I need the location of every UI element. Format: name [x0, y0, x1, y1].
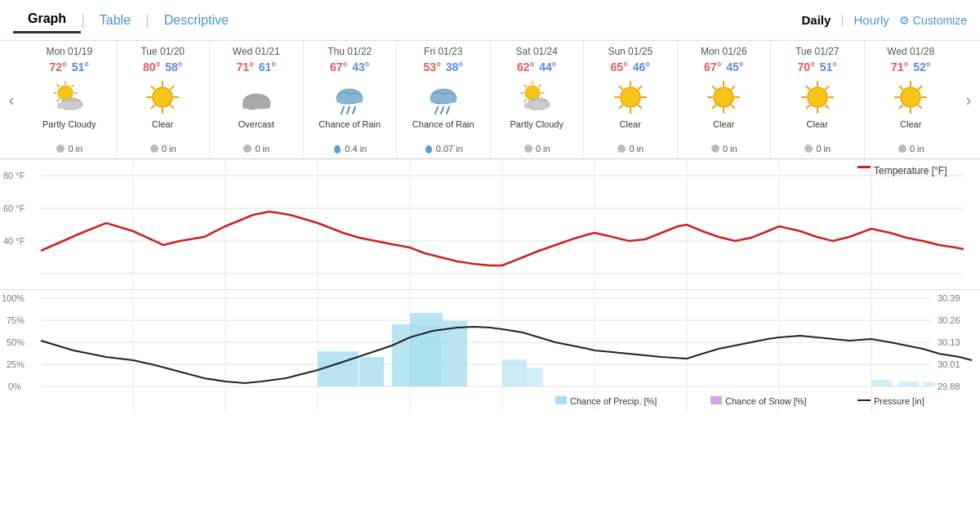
precip-value-6: 0 in	[629, 144, 644, 154]
day-condition-4: Chance of Rain	[399, 119, 488, 142]
svg-text:30.13: 30.13	[938, 337, 960, 347]
svg-line-99	[919, 87, 922, 90]
svg-rect-117	[858, 166, 871, 168]
precip-value-3: 0.4 in	[345, 144, 367, 154]
day-date-3: Thu 01/22	[305, 46, 395, 57]
svg-text:30.39: 30.39	[938, 293, 960, 303]
day-col-5: Sat 01/24 62° 44° Partly Cloudy 0 in	[490, 41, 584, 158]
day-temps-5: 62° 44°	[492, 60, 582, 74]
svg-rect-150	[871, 380, 892, 386]
svg-line-34	[347, 107, 350, 114]
svg-point-90	[804, 145, 813, 153]
tab-table[interactable]: Table	[85, 7, 145, 33]
day-icon-4	[399, 77, 488, 118]
svg-point-14	[153, 87, 172, 107]
day-precip-7: 0 in	[679, 144, 769, 154]
gear-icon: ⚙	[899, 14, 910, 27]
svg-text:Chance of Precip. [%]: Chance of Precip. [%]	[570, 396, 657, 406]
temp-high-7: 67°	[704, 60, 721, 74]
svg-text:25%: 25%	[7, 359, 24, 369]
svg-point-70	[617, 145, 626, 153]
day-condition-2: Overcast	[212, 119, 301, 142]
svg-line-53	[524, 85, 526, 87]
day-icon-3	[305, 77, 395, 118]
svg-text:Pressure [in]: Pressure [in]	[874, 396, 924, 406]
svg-line-79	[732, 87, 735, 90]
svg-point-13	[56, 145, 65, 153]
next-arrow[interactable]: ›	[957, 41, 980, 158]
period-daily[interactable]: Daily	[801, 13, 831, 27]
customize-label: Customize	[913, 14, 967, 27]
day-precip-0: 0 in	[24, 144, 114, 154]
tab-graph[interactable]: Graph	[13, 7, 81, 33]
svg-text:0%: 0%	[8, 381, 21, 391]
svg-rect-147	[443, 321, 467, 386]
day-condition-1: Clear	[118, 119, 208, 142]
precip-value-2: 0 in	[255, 144, 270, 154]
day-date-0: Mon 01/19	[24, 46, 114, 57]
svg-text:100%: 100%	[2, 293, 24, 303]
svg-line-77	[713, 87, 716, 90]
svg-rect-59	[524, 103, 547, 109]
svg-point-91	[901, 87, 920, 107]
days-container: Mon 01/19 72° 51° Partly Cloudy 0 in Tue…	[23, 41, 957, 158]
tab-descriptive[interactable]: Descriptive	[149, 7, 243, 33]
svg-point-23	[150, 145, 158, 153]
svg-rect-153	[555, 396, 567, 404]
customize-button[interactable]: ⚙ Customize	[899, 14, 967, 27]
svg-line-16	[171, 105, 174, 109]
prev-arrow[interactable]: ‹	[0, 41, 23, 158]
day-precip-2: 0 in	[212, 144, 301, 154]
svg-line-89	[826, 87, 829, 90]
temp-low-2: 61°	[259, 60, 276, 74]
day-date-5: Sat 01/24	[492, 46, 582, 57]
temp-low-9: 52°	[913, 60, 930, 74]
day-precip-6: 0 in	[586, 144, 675, 154]
temp-high-0: 72°	[50, 60, 67, 74]
temp-high-4: 53°	[424, 60, 441, 74]
svg-text:30.01: 30.01	[938, 359, 960, 369]
svg-line-8	[72, 85, 74, 87]
svg-text:80 °F: 80 °F	[3, 171, 25, 181]
svg-rect-149	[527, 368, 543, 386]
svg-line-55	[539, 85, 541, 87]
svg-line-97	[900, 87, 903, 90]
temp-high-9: 71°	[891, 60, 908, 74]
svg-text:29.88: 29.88	[938, 381, 960, 391]
svg-point-28	[243, 145, 252, 153]
svg-rect-32	[336, 96, 363, 103]
temp-high-3: 67°	[330, 60, 347, 74]
day-precip-5: 0 in	[492, 144, 582, 154]
day-temps-8: 70° 51°	[773, 60, 862, 74]
weather-strip: ‹ Mon 01/19 72° 51° Partly Cloudy 0 in T…	[0, 41, 980, 159]
day-precip-3: 0.4 in	[305, 144, 395, 154]
svg-line-6	[57, 85, 59, 87]
temp-high-8: 70°	[798, 60, 815, 74]
day-condition-7: Clear	[679, 119, 769, 142]
svg-line-33	[341, 107, 344, 114]
precip-value-7: 0 in	[723, 144, 737, 154]
svg-text:Temperature [°F]: Temperature [°F]	[874, 165, 947, 176]
temp-low-6: 46°	[633, 60, 650, 74]
day-temps-9: 71° 52°	[866, 60, 956, 74]
svg-point-80	[711, 145, 719, 153]
precip-value-4: 0.07 in	[436, 144, 463, 154]
precip-value-0: 0 in	[68, 144, 82, 154]
day-icon-1	[118, 77, 208, 118]
day-temps-6: 65° 46°	[586, 60, 675, 74]
day-col-1: Tue 01/20 80° 58° Clear 0 in	[116, 41, 210, 158]
top-nav: Graph | Table | Descriptive Daily | Hour…	[0, 0, 980, 41]
svg-text:50%: 50%	[7, 337, 24, 347]
svg-rect-27	[243, 101, 270, 109]
day-col-3: Thu 01/22 67° 43° Chance of Rain 0.4 in	[303, 41, 397, 158]
temp-low-4: 38°	[446, 60, 463, 74]
day-date-4: Fri 01/23	[399, 46, 488, 57]
temp-high-1: 80°	[143, 60, 160, 74]
svg-rect-144	[359, 357, 384, 386]
period-hourly[interactable]: Hourly	[854, 13, 889, 27]
day-condition-8: Clear	[773, 119, 862, 142]
temp-low-8: 51°	[820, 60, 837, 74]
day-icon-8	[773, 77, 862, 118]
day-date-9: Wed 01/28	[866, 46, 956, 57]
svg-point-81	[808, 87, 827, 107]
